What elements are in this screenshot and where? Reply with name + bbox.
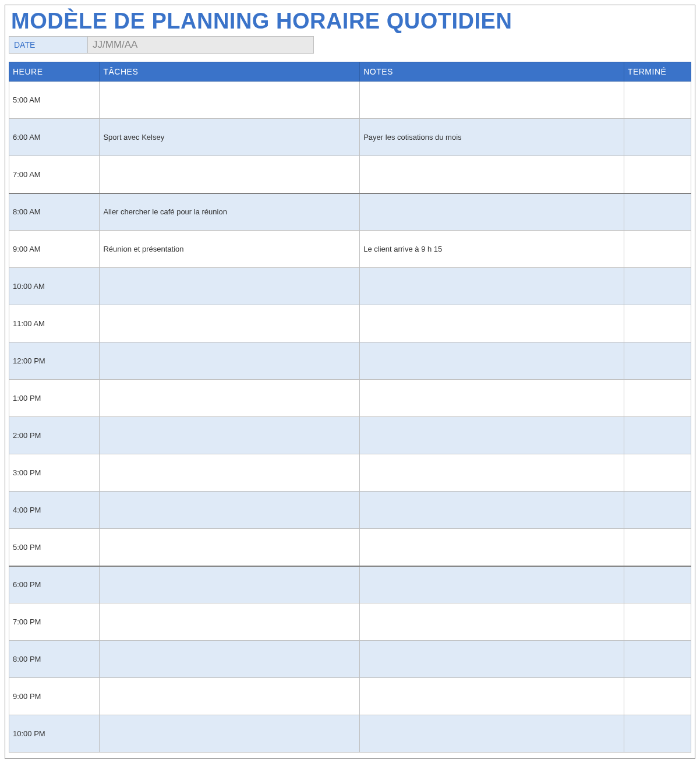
cell-note[interactable]: Le client arrive à 9 h 15 [360, 231, 624, 268]
table-row: 11:00 AM [9, 305, 691, 342]
table-row: 7:00 AM [9, 156, 691, 193]
cell-time[interactable]: 8:00 PM [9, 641, 100, 678]
cell-task[interactable] [100, 566, 360, 603]
cell-task[interactable] [100, 492, 360, 529]
cell-time[interactable]: 8:00 AM [9, 193, 100, 231]
cell-time[interactable]: 6:00 AM [9, 119, 100, 156]
date-input[interactable]: JJ/MM/AA [88, 37, 313, 53]
table-row: 9:00 PM [9, 678, 691, 715]
table-row: 5:00 AM [9, 82, 691, 119]
cell-done[interactable] [624, 417, 691, 454]
cell-done[interactable] [624, 342, 691, 380]
cell-note[interactable] [360, 193, 624, 231]
col-header-notes: NOTES [360, 62, 624, 82]
table-row: 8:00 AMAller chercher le café pour la ré… [9, 193, 691, 231]
cell-done[interactable] [624, 715, 691, 753]
cell-note[interactable] [360, 641, 624, 678]
page-title: MODÈLE DE PLANNING HORAIRE QUOTIDIEN [9, 5, 691, 36]
cell-note[interactable] [360, 268, 624, 305]
cell-note[interactable] [360, 417, 624, 454]
cell-done[interactable] [624, 380, 691, 417]
cell-note[interactable] [360, 82, 624, 119]
cell-note[interactable] [360, 678, 624, 715]
table-row: 7:00 PM [9, 603, 691, 641]
cell-time[interactable]: 9:00 PM [9, 678, 100, 715]
cell-task[interactable]: Réunion et présentation [100, 231, 360, 268]
col-header-time: HEURE [9, 62, 100, 82]
cell-done[interactable] [624, 82, 691, 119]
cell-task[interactable] [100, 641, 360, 678]
cell-task[interactable] [100, 603, 360, 641]
cell-note[interactable] [360, 566, 624, 603]
cell-done[interactable] [624, 529, 691, 566]
cell-time[interactable]: 10:00 AM [9, 268, 100, 305]
cell-task[interactable] [100, 715, 360, 753]
cell-done[interactable] [624, 305, 691, 342]
cell-time[interactable]: 12:00 PM [9, 342, 100, 380]
cell-done[interactable] [624, 156, 691, 193]
cell-note[interactable] [360, 529, 624, 566]
table-row: 2:00 PM [9, 417, 691, 454]
cell-time[interactable]: 4:00 PM [9, 492, 100, 529]
table-row: 4:00 PM [9, 492, 691, 529]
col-header-done: TERMINÉ [624, 62, 691, 82]
cell-done[interactable] [624, 566, 691, 603]
cell-time[interactable]: 1:00 PM [9, 380, 100, 417]
cell-task[interactable] [100, 380, 360, 417]
cell-done[interactable] [624, 454, 691, 492]
cell-task[interactable]: Sport avec Kelsey [100, 119, 360, 156]
cell-time[interactable]: 2:00 PM [9, 417, 100, 454]
cell-task[interactable] [100, 156, 360, 193]
cell-time[interactable]: 3:00 PM [9, 454, 100, 492]
table-row: 5:00 PM [9, 529, 691, 566]
cell-note[interactable] [360, 305, 624, 342]
table-row: 9:00 AMRéunion et présentationLe client … [9, 231, 691, 268]
table-row: 3:00 PM [9, 454, 691, 492]
cell-done[interactable] [624, 492, 691, 529]
cell-note[interactable] [360, 492, 624, 529]
cell-done[interactable] [624, 193, 691, 231]
cell-done[interactable] [624, 231, 691, 268]
cell-task[interactable] [100, 454, 360, 492]
spacer [9, 54, 691, 62]
cell-done[interactable] [624, 641, 691, 678]
cell-note[interactable] [360, 156, 624, 193]
cell-note[interactable] [360, 715, 624, 753]
cell-time[interactable]: 7:00 PM [9, 603, 100, 641]
table-row: 1:00 PM [9, 380, 691, 417]
table-row: 6:00 AMSport avec KelseyPayer les cotisa… [9, 119, 691, 156]
cell-task[interactable] [100, 529, 360, 566]
cell-time[interactable]: 9:00 AM [9, 231, 100, 268]
cell-done[interactable] [624, 268, 691, 305]
cell-time[interactable]: 7:00 AM [9, 156, 100, 193]
cell-task[interactable] [100, 82, 360, 119]
table-row: 10:00 AM [9, 268, 691, 305]
table-row: 6:00 PM [9, 566, 691, 603]
cell-task[interactable] [100, 678, 360, 715]
cell-note[interactable] [360, 603, 624, 641]
cell-task[interactable]: Aller chercher le café pour la réunion [100, 193, 360, 231]
date-label: DATE [9, 37, 88, 53]
cell-time[interactable]: 5:00 AM [9, 82, 100, 119]
cell-time[interactable]: 6:00 PM [9, 566, 100, 603]
cell-done[interactable] [624, 119, 691, 156]
cell-task[interactable] [100, 268, 360, 305]
col-header-tasks: TÂCHES [100, 62, 360, 82]
table-row: 10:00 PM [9, 715, 691, 753]
cell-note[interactable] [360, 342, 624, 380]
cell-done[interactable] [624, 603, 691, 641]
document-container: MODÈLE DE PLANNING HORAIRE QUOTIDIEN DAT… [5, 5, 695, 759]
table-row: 12:00 PM [9, 342, 691, 380]
cell-done[interactable] [624, 678, 691, 715]
cell-task[interactable] [100, 417, 360, 454]
cell-note[interactable]: Payer les cotisations du mois [360, 119, 624, 156]
date-row: DATE JJ/MM/AA [9, 36, 314, 54]
cell-time[interactable]: 5:00 PM [9, 529, 100, 566]
cell-task[interactable] [100, 342, 360, 380]
cell-task[interactable] [100, 305, 360, 342]
cell-time[interactable]: 10:00 PM [9, 715, 100, 753]
cell-note[interactable] [360, 454, 624, 492]
cell-note[interactable] [360, 380, 624, 417]
cell-time[interactable]: 11:00 AM [9, 305, 100, 342]
table-row: 8:00 PM [9, 641, 691, 678]
